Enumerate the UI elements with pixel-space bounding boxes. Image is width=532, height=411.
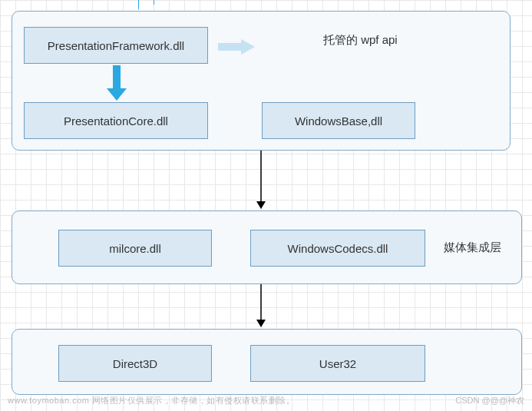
node-label: Direct3D [113,357,157,370]
svg-marker-3 [107,88,127,101]
group-managed-wpf-api: 托管的 wpf api PresentationFramework.dll Pr… [12,11,511,151]
watermark-left: www.toymoban.com 网络图片仅供展示，非存储，如有侵权请联系删除。 [8,395,295,406]
node-label: PresentationFramework.dll [48,39,184,52]
node-presentation-core: PresentationCore.dll [24,102,208,139]
svg-marker-1 [241,39,255,55]
node-label: milcore.dll [109,242,161,255]
node-direct3d: Direct3D [58,345,212,382]
node-label: WindowsCodecs.dll [288,242,388,255]
guide-tick [138,0,139,9]
group-media-integration: 媒体集成层 milcore.dll WindowsCodecs.dll [12,210,522,284]
diagram-canvas: 托管的 wpf api PresentationFramework.dll Pr… [0,0,532,411]
node-label: User32 [319,357,356,370]
arrow-right-faded-icon [218,38,256,56]
arrow-down-thick-icon [105,65,128,102]
group-label-managed: 托管的 wpf api [323,33,398,48]
svg-marker-7 [256,320,266,327]
connector-arrow-2 [253,284,269,329]
node-label: WindowsBase,dll [295,114,382,128]
guide-tick [154,0,154,5]
svg-rect-0 [218,43,241,51]
node-label: PresentationCore.dll [64,114,168,128]
node-presentation-framework: PresentationFramework.dll [24,27,208,64]
svg-marker-5 [256,201,266,209]
node-windows-base: WindowsBase,dll [262,102,415,139]
node-milcore: milcore.dll [58,230,212,267]
watermark-right: CSDN @@@神农 [455,395,524,406]
node-user32: User32 [250,345,425,382]
group-label-media: 媒体集成层 [444,240,501,255]
connector-arrow-1 [253,151,269,210]
node-windows-codecs: WindowsCodecs.dll [250,230,425,267]
group-native-layer: Direct3D User32 [12,329,522,395]
svg-rect-2 [113,65,121,88]
